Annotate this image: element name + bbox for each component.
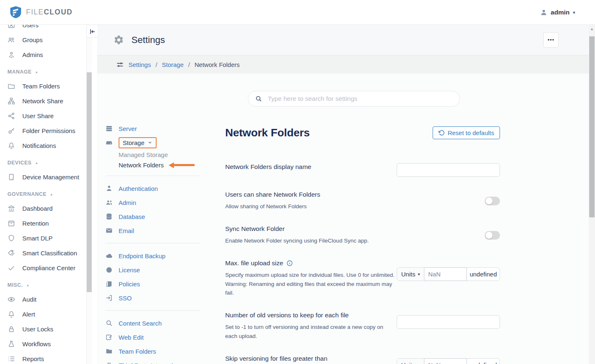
cloud-icon	[105, 252, 113, 259]
info-icon[interactable]	[286, 260, 293, 266]
sidebar-section-misc[interactable]: MISC. ▲	[0, 275, 86, 292]
user-menu[interactable]: admin ▾	[540, 9, 575, 16]
max-upload-size-input[interactable]	[424, 267, 467, 281]
field-description: Allow sharing of Network Folders	[225, 202, 320, 211]
reset-icon	[438, 130, 445, 136]
nav-item-web-edit[interactable]: Web Edit	[105, 330, 209, 344]
nav-item-email[interactable]: Email	[105, 224, 209, 238]
sidebar-item-team-folders[interactable]: Team Folders	[0, 79, 86, 93]
filecloud-logo[interactable]: FILECLOUD	[10, 6, 73, 19]
sidebar-item-user-locks[interactable]: User Locks	[0, 321, 86, 336]
sidebar-section-governance[interactable]: GOVERNANCE ▲	[0, 184, 86, 201]
nav-item-label: Team Folders	[119, 348, 156, 355]
sidebar-item-reports[interactable]: Reports	[0, 351, 86, 364]
sidebar-item-audit[interactable]: Audit	[0, 292, 86, 307]
search-input[interactable]	[267, 95, 453, 103]
search-icon	[255, 95, 262, 102]
nav-item-sso[interactable]: SSO	[105, 291, 209, 305]
breadcrumb-link-settings[interactable]: Settings	[129, 61, 151, 68]
sidebar-scrollbar-thumb[interactable]	[87, 72, 92, 292]
nav-item-admin[interactable]: Admin	[105, 195, 209, 209]
caret-down-icon: ▾	[418, 272, 420, 276]
more-options-button[interactable]: •••	[543, 32, 559, 48]
sidebar-section-manage[interactable]: MANAGE ▲	[0, 62, 86, 79]
field-label: Skip versioning for files greater than	[225, 355, 390, 362]
breadcrumb-link-storage[interactable]: Storage	[162, 61, 184, 68]
sidebar-item-device-management[interactable]: Device Management	[0, 169, 86, 184]
gear-icon	[114, 35, 124, 45]
check-icon	[7, 264, 15, 272]
divider	[105, 176, 200, 176]
page-scrollbar[interactable]: ▲	[589, 25, 595, 364]
sync-network-folder-toggle[interactable]	[485, 231, 500, 240]
nav-item-label: Endpoint Backup	[119, 252, 165, 259]
units-dropdown[interactable]: Units ▾	[397, 268, 424, 281]
nav-item-license[interactable]: License	[105, 263, 209, 277]
sidebar-item-alert[interactable]: Alert	[0, 307, 86, 321]
sidebar-item-notifications[interactable]: Notifications	[0, 138, 86, 153]
nav-item-managed-storage[interactable]: Managed Storage	[105, 150, 209, 160]
reset-to-defaults-button[interactable]: Reset to defaults	[433, 126, 500, 139]
sidebar-item-label: Notifications	[22, 142, 56, 149]
scroll-up-arrow[interactable]: ▲	[589, 25, 595, 33]
nav-item-storage[interactable]: Storage	[105, 136, 209, 150]
network-icon	[7, 97, 15, 105]
plug-icon	[105, 362, 113, 364]
nav-item-database[interactable]: Database	[105, 209, 209, 224]
nav-item-third-party-integrations[interactable]: Third Party Integrations	[105, 358, 209, 364]
sidebar-item-label: Folder Permissions	[22, 127, 75, 134]
sidebar-item-retention[interactable]: Retention	[0, 216, 86, 231]
collapse-caret-icon: ▲	[35, 70, 38, 74]
sidebar-item-smart-dlp[interactable]: Smart DLP	[0, 231, 86, 245]
content-header: Settings •••	[97, 25, 589, 55]
users-can-share-toggle[interactable]	[485, 197, 500, 205]
nav-item-policies[interactable]: Policies	[105, 277, 209, 291]
sidebar-item-admins[interactable]: Admins	[0, 47, 86, 62]
nav-item-network-folders[interactable]: Network Folders	[105, 160, 209, 170]
shield-icon	[7, 234, 15, 242]
sidebar-scrollbar[interactable]	[87, 25, 92, 364]
sidebar-section-devices[interactable]: DEVICES ▲	[0, 153, 86, 169]
user-icon	[7, 25, 15, 29]
sidebar-item-user-share[interactable]: User Share	[0, 108, 86, 123]
nav-item-server[interactable]: Server	[105, 121, 209, 136]
nav-item-content-search[interactable]: Content Search	[105, 316, 209, 330]
nav-item-label: License	[119, 266, 140, 274]
units-label: Units	[401, 362, 415, 364]
nav-item-authentication[interactable]: Authentication	[105, 181, 209, 195]
collapse-sidebar-button[interactable]	[87, 26, 98, 37]
groups-icon	[7, 36, 15, 44]
sidebar-item-workflows[interactable]: Workflows	[0, 336, 86, 351]
database-icon	[105, 213, 113, 220]
nav-item-team-folders[interactable]: Team Folders	[105, 344, 209, 358]
nav-item-endpoint-backup[interactable]: Endpoint Backup	[105, 249, 209, 263]
people-icon	[105, 199, 113, 206]
field-description: Enable Network Folder syncing using File…	[225, 236, 369, 245]
sidebar-item-dashboard[interactable]: Dashboard	[0, 201, 86, 216]
units-label: Units	[401, 271, 415, 278]
old-versions-input[interactable]	[397, 315, 500, 329]
sign-in-icon	[105, 294, 113, 302]
sidebar-item-compliance-center[interactable]: Compliance Center	[0, 260, 86, 275]
sidebar-item-folder-permissions[interactable]: Folder Permissions	[0, 123, 86, 138]
page-scrollbar-thumb[interactable]	[589, 36, 595, 217]
sidebar-item-users[interactable]: Users	[0, 25, 86, 32]
skip-versioning-input[interactable]	[424, 358, 467, 364]
user-avatar-icon	[540, 9, 547, 16]
sidebar-item-groups[interactable]: Groups	[0, 32, 86, 47]
sidebar-item-network-share[interactable]: Network Share	[0, 93, 86, 108]
seal-icon	[105, 266, 113, 274]
field-label: Users can share Network Folders	[225, 191, 320, 198]
settings-search[interactable]	[248, 91, 460, 107]
field-label: Max. file upload size	[225, 259, 397, 267]
units-dropdown[interactable]: Units ▾	[397, 359, 424, 364]
nav-item-label: Third Party Integrations	[119, 362, 183, 364]
sidebar-item-label: Reports	[22, 355, 44, 362]
main-content: Settings ••• Settings / Storage / Networ…	[97, 25, 589, 364]
sidebar-item-label: Compliance Center	[22, 264, 75, 271]
display-name-input[interactable]	[397, 163, 500, 177]
key-icon	[7, 127, 15, 135]
field-label: Network Folders display name	[225, 163, 311, 171]
flask-icon	[7, 340, 15, 348]
sidebar-item-smart-classification[interactable]: Smart Classification	[0, 245, 86, 260]
